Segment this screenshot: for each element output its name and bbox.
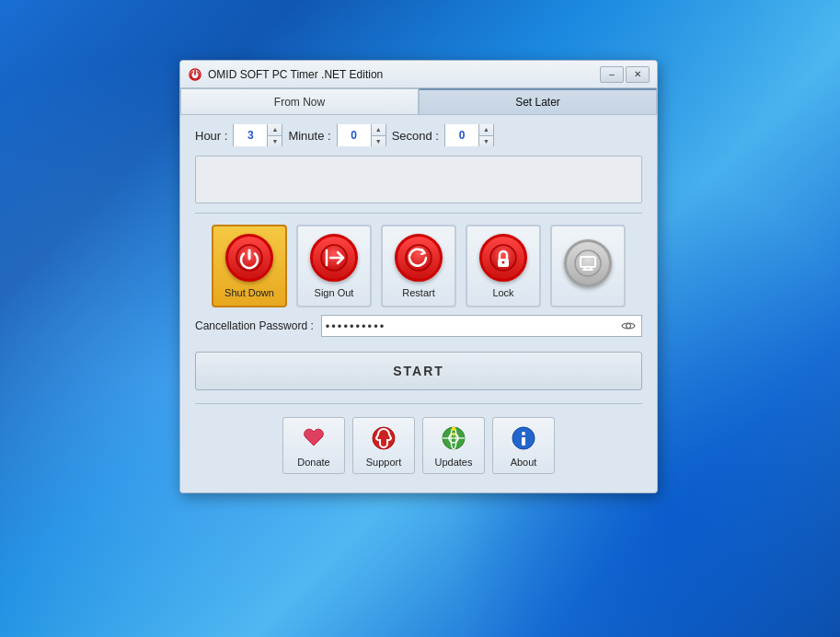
svg-rect-19 <box>522 437 525 446</box>
start-button[interactable]: START <box>195 352 642 390</box>
password-row: Cancellation Password : <box>195 315 642 337</box>
hour-arrows: ▲ ▼ <box>267 124 282 146</box>
svg-point-15 <box>452 427 455 431</box>
minute-label: Minute : <box>288 129 330 143</box>
support-label: Support <box>366 457 402 468</box>
restart-button[interactable]: Restart <box>381 225 456 307</box>
password-input[interactable] <box>326 319 619 333</box>
bottom-buttons-group: Donate Support <box>195 410 642 483</box>
time-controls-row: Hour : ▲ ▼ Minute : ▲ ▼ Second : <box>195 124 642 146</box>
hour-spinner[interactable]: ▲ ▼ <box>233 124 282 146</box>
minute-up-arrow[interactable]: ▲ <box>372 124 385 136</box>
second-arrows: ▲ ▼ <box>478 124 493 146</box>
main-content: Hour : ▲ ▼ Minute : ▲ ▼ Second : <box>180 115 657 492</box>
about-icon <box>509 423 538 453</box>
minute-spinner[interactable]: ▲ ▼ <box>337 124 386 146</box>
svg-point-7 <box>575 250 601 276</box>
password-label: Cancellation Password : <box>195 319 314 332</box>
about-label: About <box>511 457 537 468</box>
about-button[interactable]: About <box>492 417 555 474</box>
second-up-arrow[interactable]: ▲ <box>479 124 493 136</box>
lock-label: Lock <box>492 287 513 298</box>
minute-down-arrow[interactable]: ▼ <box>372 136 385 147</box>
minimize-button[interactable]: – <box>600 66 624 83</box>
updates-icon <box>439 423 468 453</box>
info-text-area <box>195 156 642 203</box>
shut-down-button[interactable]: Shut Down <box>212 225 287 307</box>
tab-row: From Now Set Later <box>180 88 657 115</box>
minute-arrows: ▲ ▼ <box>371 124 385 146</box>
donate-icon <box>299 423 328 453</box>
support-button[interactable]: Support <box>352 417 415 474</box>
second-down-arrow[interactable]: ▼ <box>479 136 493 147</box>
svg-point-9 <box>627 324 631 329</box>
app-icon <box>188 67 202 82</box>
donate-button[interactable]: Donate <box>282 417 345 474</box>
password-input-wrapper <box>321 315 642 337</box>
app-title: OMID SOFT PC Timer .NET Edition <box>208 68 600 81</box>
separator-1 <box>195 213 642 214</box>
bottom-separator <box>195 403 642 404</box>
tab-set-later[interactable]: Set Later <box>419 88 657 114</box>
updates-label: Updates <box>435 457 473 468</box>
sign-out-icon <box>310 234 358 282</box>
svg-point-6 <box>502 261 505 264</box>
hour-input[interactable] <box>234 124 267 146</box>
support-icon <box>369 423 398 453</box>
monitor-off-button[interactable] <box>550 225 626 307</box>
second-spinner[interactable]: ▲ ▼ <box>444 124 494 146</box>
restart-icon <box>395 234 443 282</box>
sign-out-button[interactable]: Sign Out <box>296 225 372 307</box>
close-button[interactable]: ✕ <box>626 66 650 83</box>
sign-out-label: Sign Out <box>315 287 354 298</box>
updates-button[interactable]: Updates <box>422 417 485 474</box>
hour-label: Hour : <box>195 129 227 143</box>
minute-input[interactable] <box>338 124 371 146</box>
monitor-off-icon <box>564 239 612 287</box>
svg-point-16 <box>453 434 455 436</box>
donate-label: Donate <box>297 457 329 468</box>
second-label: Second : <box>392 129 439 143</box>
window-controls: – ✕ <box>600 66 650 83</box>
title-bar: OMID SOFT PC Timer .NET Edition – ✕ <box>180 61 657 88</box>
lock-icon <box>479 234 527 282</box>
second-input[interactable] <box>445 124 478 146</box>
svg-point-18 <box>522 432 525 435</box>
action-buttons-group: Shut Down <box>195 225 642 307</box>
shut-down-icon <box>225 234 273 282</box>
restart-label: Restart <box>402 287 434 298</box>
hour-down-arrow[interactable]: ▼ <box>268 136 282 147</box>
app-window: OMID SOFT PC Timer .NET Edition – ✕ From… <box>179 60 658 493</box>
shut-down-label: Shut Down <box>224 287 274 298</box>
show-password-button[interactable] <box>619 317 638 335</box>
tab-from-now[interactable]: From Now <box>180 88 419 114</box>
lock-button[interactable]: Lock <box>466 225 541 307</box>
hour-up-arrow[interactable]: ▲ <box>268 124 282 136</box>
